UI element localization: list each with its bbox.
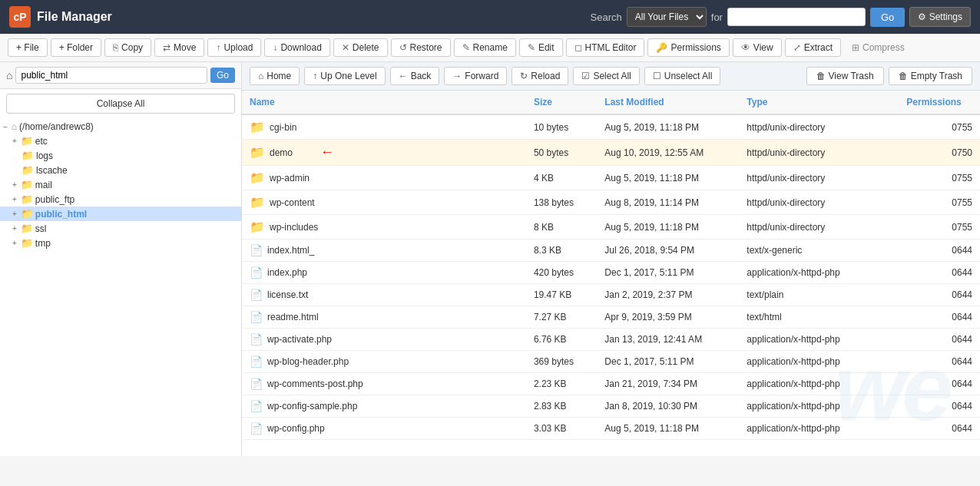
view-trash-button[interactable]: 🗑 View Trash (806, 67, 884, 85)
download-button[interactable]: ↓ Download (264, 38, 329, 57)
select-all-icon: ☑ (581, 71, 590, 81)
code-file-icon: 📄 (250, 244, 263, 256)
upload-button[interactable]: ↑ Upload (207, 38, 261, 57)
code-file-icon: 📄 (250, 289, 263, 301)
html-editor-icon: ◻ (574, 42, 582, 53)
file-perms-cell: 0644 (899, 284, 980, 306)
file-type-cell: application/x-httpd-php (739, 351, 899, 373)
up-one-level-button[interactable]: ↑ Up One Level (304, 67, 385, 85)
table-row[interactable]: 📁 wp-includes 8 KB Aug 5, 2019, 11:18 PM… (242, 215, 980, 240)
back-button[interactable]: ← Back (390, 67, 440, 85)
php-file-icon: 📄 (250, 378, 263, 390)
tree-item-tmp[interactable]: + 📁 tmp (0, 236, 241, 250)
col-header-size[interactable]: Size (526, 91, 597, 114)
file-type-cell: httpd/unix-directory (739, 114, 899, 140)
folder-file-icon: 📁 (250, 145, 265, 160)
file-modified-cell: Jul 26, 2018, 9:54 PM (597, 240, 739, 262)
tree-item-mail[interactable]: + 📁 mail (0, 177, 241, 192)
tree-item-public-html[interactable]: + 📁 public_html (0, 207, 241, 221)
select-all-button[interactable]: ☑ Select All (573, 67, 639, 85)
edit-button[interactable]: ✎ Edit (519, 38, 563, 57)
delete-button[interactable]: ✕ Delete (333, 38, 388, 57)
file-name-label: wp-content (270, 197, 315, 208)
file-perms-cell: 0755 (899, 114, 980, 140)
tree-item-ssl[interactable]: + 📁 ssl (0, 221, 241, 236)
search-input[interactable] (727, 8, 866, 26)
table-row[interactable]: 📁 wp-admin 4 KB Aug 5, 2019, 11:18 PM ht… (242, 166, 980, 190)
copy-button[interactable]: ⎘ Copy (104, 38, 151, 57)
new-folder-button[interactable]: + Folder (51, 38, 101, 57)
file-type-cell: application/x-httpd-php (739, 418, 899, 440)
table-row[interactable]: 📄 index.php 420 bytes Dec 1, 2017, 5:11 … (242, 262, 980, 284)
forward-icon: → (452, 71, 462, 81)
folder-icon-public-ftp: 📁 (21, 193, 33, 205)
rename-button[interactable]: ✎ Rename (454, 38, 516, 57)
table-row[interactable]: 📄 wp-comments-post.php 2.23 KB Jan 21, 2… (242, 373, 980, 395)
home-button[interactable]: ⌂ Home (250, 67, 300, 85)
search-scope-select[interactable]: All Your Files (627, 7, 707, 27)
extract-button[interactable]: ⤢ Extract (785, 38, 841, 57)
file-type-cell: httpd/unix-directory (739, 166, 899, 190)
forward-button[interactable]: → Forward (444, 67, 507, 85)
col-header-permissions[interactable]: Permissions (899, 91, 980, 114)
tree-item-root[interactable]: − ⌂ (/home/andrewc8) (0, 120, 241, 134)
path-input[interactable] (15, 67, 207, 84)
file-name-label: wp-includes (270, 222, 318, 233)
empty-trash-button[interactable]: 🗑 Empty Trash (889, 67, 972, 85)
table-row[interactable]: 📄 license.txt 19.47 KB Jan 2, 2019, 2:37… (242, 284, 980, 306)
table-row[interactable]: 📄 index.html_ 8.3 KB Jul 26, 2018, 9:54 … (242, 240, 980, 262)
table-row[interactable]: 📁 wp-content 138 bytes Aug 8, 2019, 11:1… (242, 190, 980, 215)
reload-button[interactable]: ↻ Reload (512, 67, 568, 85)
file-perms-cell: 0644 (899, 373, 980, 395)
html-editor-button[interactable]: ◻ HTML Editor (566, 38, 645, 57)
tree-toggle-public-html: + (12, 210, 17, 218)
file-table-header: Name Size Last Modified Type Permissions (242, 91, 980, 114)
sidebar-path-bar: ⌂ Go (0, 62, 241, 89)
file-size-cell: 4 KB (526, 166, 597, 190)
header: cP File Manager Search All Your Files fo… (0, 0, 980, 34)
compress-button[interactable]: ⊞ Compress (844, 39, 912, 56)
file-size-cell: 7.27 KB (526, 306, 597, 329)
file-type-cell: httpd/unix-directory (739, 140, 899, 166)
table-row[interactable]: 📄 wp-config-sample.php 2.83 KB Jan 8, 20… (242, 395, 980, 418)
col-header-modified[interactable]: Last Modified (597, 91, 739, 114)
home-icon: ⌂ (6, 69, 12, 81)
new-file-button[interactable]: + File (8, 38, 48, 57)
col-header-name[interactable]: Name (242, 91, 526, 114)
col-header-type[interactable]: Type (739, 91, 899, 114)
restore-button[interactable]: ↺ Restore (391, 38, 451, 57)
tree-item-public-ftp[interactable]: + 📁 public_ftp (0, 192, 241, 207)
move-button[interactable]: ⇄ Move (154, 38, 204, 57)
file-modified-cell: Aug 5, 2019, 11:18 PM (597, 114, 739, 140)
search-go-button[interactable]: Go (870, 8, 905, 27)
tree-item-etc[interactable]: + 📁 etc (0, 134, 241, 148)
file-modified-cell: Jan 8, 2019, 10:30 PM (597, 395, 739, 418)
collapse-all-button[interactable]: Collapse All (6, 94, 235, 114)
tree-toggle-mail: + (12, 180, 17, 189)
file-name-cell: 📄 wp-comments-post.php (242, 373, 526, 395)
file-size-cell: 420 bytes (526, 262, 597, 284)
file-modified-cell: Aug 5, 2019, 11:18 PM (597, 166, 739, 190)
view-button[interactable]: 👁 View (733, 38, 782, 57)
permissions-button[interactable]: 🔑 Permissions (647, 38, 729, 57)
settings-button[interactable]: ⚙ Settings (909, 7, 971, 27)
table-row[interactable]: 📄 readme.html 7.27 KB Apr 9, 2019, 3:59 … (242, 306, 980, 329)
path-go-button[interactable]: Go (210, 68, 235, 83)
table-row[interactable]: 📄 wp-blog-header.php 369 bytes Dec 1, 20… (242, 351, 980, 373)
table-row[interactable]: 📁 demo ← 50 bytes Aug 10, 2019, 12:55 AM… (242, 140, 980, 166)
table-row[interactable]: 📄 wp-activate.php 6.76 KB Jan 13, 2019, … (242, 329, 980, 351)
file-name-cell: 📄 wp-blog-header.php (242, 351, 526, 373)
tree-label-mail: mail (35, 180, 52, 190)
table-row[interactable]: 📄 wp-config.php 3.03 KB Aug 5, 2019, 11:… (242, 418, 980, 440)
file-name-label: wp-activate.php (267, 334, 332, 345)
table-row[interactable]: 📁 cgi-bin 10 bytes Aug 5, 2019, 11:18 PM… (242, 114, 980, 140)
file-name-cell: 📁 wp-content (242, 190, 526, 215)
unselect-all-button[interactable]: ☐ Unselect All (644, 67, 721, 85)
file-modified-cell: Jan 2, 2019, 2:37 PM (597, 284, 739, 306)
file-modified-cell: Aug 8, 2019, 11:14 PM (597, 190, 739, 215)
file-name-label: wp-comments-post.php (267, 379, 363, 389)
file-name-cell: 📁 demo ← (242, 140, 526, 166)
tree-item-logs[interactable]: 📁 logs (0, 148, 241, 163)
search-bar: Search All Your Files for Go ⚙ Settings (591, 7, 971, 27)
tree-item-lscache[interactable]: 📁 lscache (0, 163, 241, 177)
